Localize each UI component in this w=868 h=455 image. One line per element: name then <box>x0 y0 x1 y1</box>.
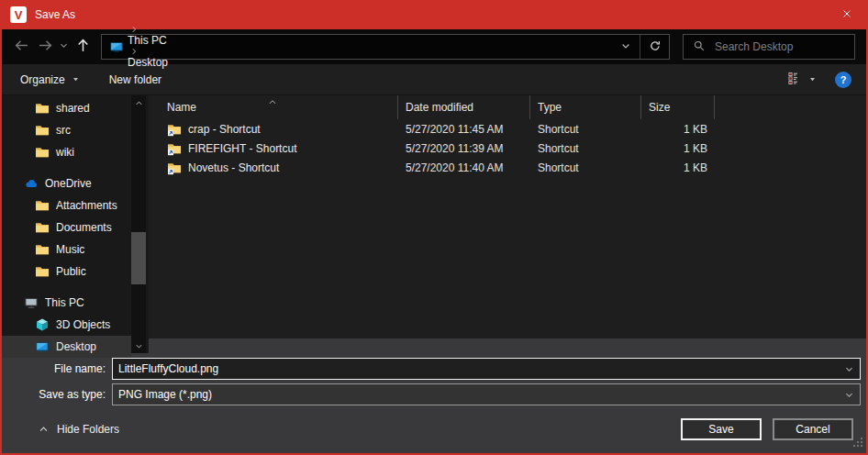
save-button[interactable]: Save <box>681 418 762 440</box>
sidebar-item-label: OneDrive <box>45 177 92 190</box>
folder-icon <box>35 123 50 138</box>
sidebar-item-attachments[interactable]: Attachments <box>2 194 131 216</box>
sidebar-item-label: shared <box>56 102 90 115</box>
folder-icon <box>35 198 50 213</box>
file-name: Novetus - Shortcut <box>188 161 279 174</box>
chevron-up-icon <box>39 423 49 436</box>
breadcrumb-item-desktop[interactable]: Desktop <box>124 56 172 69</box>
file-date-modified: 5/27/2020 11:39 AM <box>398 142 530 155</box>
main-area: sharedsrcwikiOneDriveAttachmentsDocument… <box>2 95 866 353</box>
sidebar-item-label: Documents <box>56 221 112 234</box>
file-type: Shortcut <box>530 161 641 174</box>
scrollbar-thumb[interactable] <box>131 232 146 284</box>
chevron-down-icon <box>59 40 69 53</box>
file-row-firefight-shortcut[interactable]: FIREFIGHT - Shortcut5/27/2020 11:39 AMSh… <box>149 139 866 158</box>
change-view-button[interactable] <box>787 71 817 88</box>
dialog-buttons-bar: Hide Folders Save Cancel <box>2 410 866 453</box>
desktop-icon <box>35 339 50 354</box>
refresh-icon <box>649 39 662 55</box>
close-button[interactable] <box>826 0 868 29</box>
sidebar-item-label: src <box>56 124 71 137</box>
column-headers: Name Date modified Type Size <box>149 95 866 119</box>
sidebar-item-documents[interactable]: Documents <box>2 216 131 239</box>
address-dropdown-button[interactable] <box>612 35 640 59</box>
file-list-pane: Name Date modified Type Size crap - Shor… <box>149 95 866 353</box>
file-name-input[interactable] <box>113 362 838 375</box>
chevron-down-icon <box>620 40 631 54</box>
save-as-type-value: PNG Image (*.png) <box>113 388 838 401</box>
up-button[interactable] <box>71 35 95 59</box>
folder-shortcut-icon <box>167 161 182 175</box>
sidebar-item-public[interactable]: Public <box>2 261 131 283</box>
magnifier-icon <box>693 39 706 55</box>
sidebar-item-label: Public <box>56 265 86 278</box>
chevron-right-icon <box>124 25 172 34</box>
column-header-date-modified[interactable]: Date modified <box>398 95 530 119</box>
file-date-modified: 5/27/2020 11:45 AM <box>398 123 530 136</box>
organize-button[interactable]: Organize <box>20 73 80 86</box>
column-header-type[interactable]: Type <box>530 95 641 119</box>
window-title: Save As <box>35 8 75 21</box>
cloud-icon <box>24 176 39 191</box>
breadcrumb: This PCDesktop <box>124 25 172 69</box>
file-row-crap-shortcut[interactable]: crap - Shortcut5/27/2020 11:45 AMShortcu… <box>149 119 866 139</box>
folder-shortcut-icon <box>167 122 182 137</box>
column-header-size[interactable]: Size <box>641 95 715 119</box>
new-folder-button[interactable]: New folder <box>109 73 161 86</box>
folder-shortcut-icon <box>167 141 182 156</box>
cancel-button[interactable]: Cancel <box>773 418 853 440</box>
sidebar-item-desktop[interactable]: Desktop <box>2 336 131 358</box>
breadcrumb-item-this-pc[interactable]: This PC <box>124 34 171 47</box>
sidebar-scrollbar[interactable] <box>131 95 146 353</box>
recent-locations-button[interactable] <box>57 35 71 59</box>
sidebar-item-label: Attachments <box>56 199 117 212</box>
file-name: crap - Shortcut <box>188 123 261 136</box>
refresh-button[interactable] <box>640 35 669 59</box>
file-row-novetus-shortcut[interactable]: Novetus - Shortcut5/27/2020 11:40 AMShor… <box>149 158 866 177</box>
save-as-dialog: V Save As <box>0 0 868 455</box>
file-size: 1 KB <box>641 161 715 174</box>
help-button[interactable]: ? <box>835 72 851 88</box>
details-view-icon <box>787 71 802 88</box>
file-size: 1 KB <box>641 142 715 155</box>
chevron-right-icon <box>124 47 172 56</box>
file-name-label: File name: <box>2 362 112 375</box>
chevron-down-icon <box>808 73 817 86</box>
sidebar-item-this-pc[interactable]: This PC <box>2 292 131 314</box>
file-type: Shortcut <box>530 123 641 136</box>
sidebar-item-onedrive[interactable]: OneDrive <box>2 172 131 194</box>
search-input[interactable] <box>715 40 854 53</box>
save-as-type-dropdown[interactable]: PNG Image (*.png) <box>112 383 861 405</box>
sidebar-item-src[interactable]: src <box>2 119 131 141</box>
file-date-modified: 5/27/2020 11:40 AM <box>398 161 530 174</box>
folder-icon <box>35 242 50 257</box>
chevron-down-icon[interactable] <box>838 364 860 374</box>
file-name-combobox[interactable] <box>112 358 861 380</box>
search-box[interactable] <box>683 34 855 60</box>
this-pc-monitor-icon <box>109 39 124 54</box>
sidebar-item-shared[interactable]: shared <box>2 97 131 119</box>
pc-icon <box>24 295 39 310</box>
scroll-up-button[interactable] <box>131 95 146 110</box>
hide-folders-button[interactable]: Hide Folders <box>39 423 119 436</box>
scroll-down-button[interactable] <box>131 338 146 353</box>
close-icon <box>841 8 852 22</box>
sidebar-item-music[interactable]: Music <box>2 239 131 261</box>
back-button[interactable] <box>9 35 33 59</box>
sidebar-item-3d-objects[interactable]: 3D Objects <box>2 314 131 336</box>
folder-icon <box>35 101 50 116</box>
address-bar[interactable]: This PCDesktop <box>101 34 670 60</box>
folder-icon <box>35 145 50 160</box>
navigation-bar: This PCDesktop <box>2 29 866 64</box>
forward-button[interactable] <box>33 35 57 59</box>
chevron-down-icon[interactable] <box>838 390 860 400</box>
resize-grip[interactable] <box>853 438 863 450</box>
caret-down-icon <box>72 73 80 86</box>
sidebar-item-label: Desktop <box>56 340 96 353</box>
app-logo-icon: V <box>10 6 27 23</box>
file-name-section: File name: Save as type: PNG Image (*.pn… <box>2 353 866 410</box>
sidebar-item-wiki[interactable]: wiki <box>2 141 131 163</box>
folder-icon <box>35 264 50 279</box>
file-name: FIREFIGHT - Shortcut <box>188 142 296 155</box>
sidebar-item-label: 3D Objects <box>56 318 110 331</box>
